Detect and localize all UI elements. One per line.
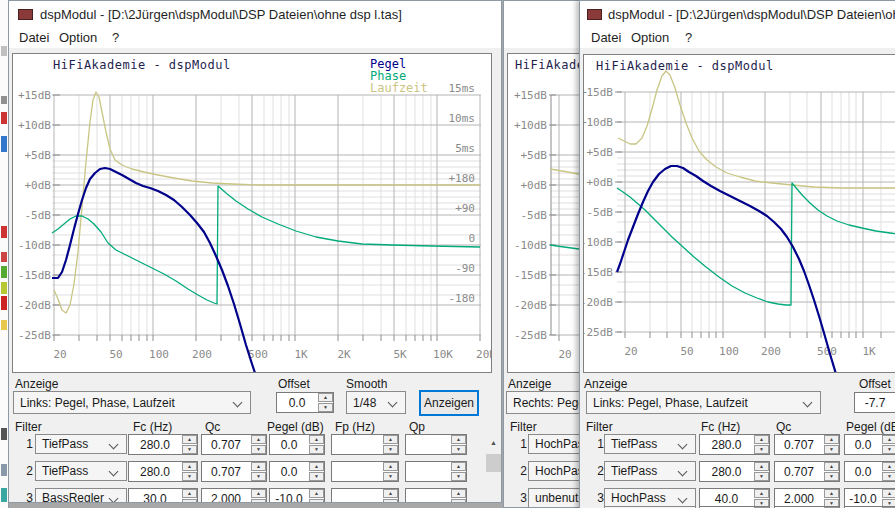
spin-down-icon[interactable]: ▼: [309, 499, 324, 503]
qc-spinner[interactable]: 0.707▲▼: [774, 434, 840, 455]
fc-spinner[interactable]: 280.0▲▼: [128, 461, 198, 482]
spin-down-icon[interactable]: ▼: [824, 445, 839, 454]
spin-down-icon[interactable]: ▼: [824, 472, 839, 481]
qc-spinner[interactable]: 0.707▲▼: [201, 434, 267, 455]
fp-spinner[interactable]: ▲▼: [331, 488, 399, 503]
svg-text:+10dB: +10dB: [514, 119, 547, 132]
filter-type-select[interactable]: TiefPass: [604, 461, 696, 481]
spin-up-icon[interactable]: ▲: [824, 435, 839, 444]
spin-up-icon[interactable]: ▲: [824, 489, 839, 498]
anzeige-select[interactable]: Links: Pegel, Phase, Laufzeit: [13, 391, 251, 414]
fc-spinner[interactable]: 280.0▲▼: [699, 434, 770, 455]
menu-datei[interactable]: Datei: [591, 30, 621, 45]
spin-down-icon[interactable]: ▼: [383, 472, 398, 481]
spin-up-icon[interactable]: ▲: [309, 435, 324, 444]
spin-up-icon[interactable]: ▲: [882, 489, 895, 498]
filter-type-select[interactable]: unbenutz: [528, 488, 580, 508]
filter-type-select[interactable]: HochPas: [528, 461, 580, 481]
spin-down-icon[interactable]: ▼: [451, 499, 466, 503]
menu-help[interactable]: ?: [112, 30, 119, 45]
spin-up-icon[interactable]: ▲: [251, 435, 266, 444]
spin-down-icon[interactable]: ▼: [882, 445, 895, 454]
spin-down-icon[interactable]: ▼: [383, 445, 398, 454]
spin-up-icon[interactable]: ▲: [451, 489, 466, 498]
spin-down-icon[interactable]: ▼: [182, 499, 197, 503]
qc-spinner[interactable]: 2.000▲▼: [774, 488, 840, 508]
spin-down-icon[interactable]: ▼: [309, 472, 324, 481]
menu-datei[interactable]: Datei: [19, 30, 49, 45]
spin-down-icon[interactable]: ▼: [754, 445, 769, 454]
qc-spinner[interactable]: 0.707▲▼: [774, 461, 840, 482]
filter-type-select[interactable]: HochPas: [528, 434, 580, 454]
qp-spinner[interactable]: ▲▼: [405, 461, 467, 482]
filter-type-select[interactable]: TiefPass: [604, 434, 696, 454]
fc-spinner[interactable]: 40.0▲▼: [699, 488, 770, 508]
pegel-spinner[interactable]: -10.0▲▼: [269, 488, 325, 503]
qp-spinner[interactable]: ▲▼: [405, 488, 467, 503]
spin-up-icon[interactable]: ▲: [824, 462, 839, 471]
fc-spinner[interactable]: 280.0▲▼: [699, 461, 770, 482]
qc-spinner[interactable]: 2.000▲▼: [201, 488, 267, 503]
offset-spinner[interactable]: 0.0 ▲▼: [276, 392, 334, 413]
menu-option[interactable]: Option: [631, 30, 669, 45]
fc-spinner[interactable]: 30.0▲▼: [128, 488, 198, 503]
spin-up-icon[interactable]: ▲: [309, 489, 324, 498]
pegel-spinner[interactable]: 0.0▲▼: [844, 434, 895, 455]
spin-down-icon[interactable]: ▼: [451, 445, 466, 454]
spin-down-icon[interactable]: ▼: [882, 472, 895, 481]
spin-up-icon[interactable]: ▲: [309, 462, 324, 471]
filter-type-select[interactable]: BassRegler: [35, 488, 127, 503]
filter-scrollbar[interactable]: ▲: [485, 434, 502, 503]
spin-down-icon[interactable]: ▼: [309, 445, 324, 454]
spin-up-icon[interactable]: ▲: [882, 435, 895, 444]
spin-down-icon[interactable]: ▼: [182, 472, 197, 481]
spin-down-icon[interactable]: ▼: [251, 472, 266, 481]
qp-spinner[interactable]: ▲▼: [405, 434, 467, 455]
scroll-up-icon[interactable]: ▲: [485, 434, 502, 451]
menu-option[interactable]: Option: [59, 30, 97, 45]
chart-title: HiFiAkadem: [515, 58, 580, 72]
filter-type-select[interactable]: TiefPass: [35, 434, 127, 454]
spin-down-icon[interactable]: ▼: [318, 403, 333, 412]
offset-spinner[interactable]: -7.7 ▲▼: [854, 392, 895, 413]
spin-up-icon[interactable]: ▲: [754, 462, 769, 471]
spin-up-icon[interactable]: ▲: [251, 489, 266, 498]
spin-up-icon[interactable]: ▲: [754, 489, 769, 498]
qc-spinner[interactable]: 0.707▲▼: [201, 461, 267, 482]
smooth-select[interactable]: 1/48: [346, 391, 406, 414]
svg-text:200: 200: [192, 348, 212, 361]
pegel-spinner[interactable]: 0.0▲▼: [269, 461, 325, 482]
pegel-spinner[interactable]: 0.0▲▼: [269, 434, 325, 455]
spin-down-icon[interactable]: ▼: [251, 499, 266, 503]
fp-spinner[interactable]: ▲▼: [331, 461, 399, 482]
spin-up-icon[interactable]: ▲: [251, 462, 266, 471]
spin-down-icon[interactable]: ▼: [383, 499, 398, 503]
anzeigen-button[interactable]: Anzeigen: [419, 390, 479, 416]
spin-up-icon[interactable]: ▲: [182, 435, 197, 444]
scrollbar-thumb[interactable]: [486, 454, 501, 472]
menu-help[interactable]: ?: [685, 30, 692, 45]
spin-up-icon[interactable]: ▲: [754, 435, 769, 444]
spin-down-icon[interactable]: ▼: [754, 472, 769, 481]
spin-down-icon[interactable]: ▼: [451, 472, 466, 481]
anzeige-select[interactable]: Links: Pegel, Phase, Laufzeit: [586, 391, 821, 414]
spin-up-icon[interactable]: ▲: [451, 435, 466, 444]
spin-up-icon[interactable]: ▲: [882, 462, 895, 471]
pegel-spinner[interactable]: -10.0▲▼: [844, 488, 895, 508]
spin-up-icon[interactable]: ▲: [383, 489, 398, 498]
filter-type-select[interactable]: TiefPass: [35, 461, 127, 481]
spin-down-icon[interactable]: ▼: [182, 445, 197, 454]
spin-down-icon[interactable]: ▼: [251, 445, 266, 454]
fc-spinner[interactable]: 280.0▲▼: [128, 434, 198, 455]
spin-up-icon[interactable]: ▲: [182, 462, 197, 471]
svg-text:-25dB: -25dB: [514, 329, 547, 342]
anzeige-select[interactable]: Rechts: Pege: [506, 391, 580, 414]
spin-up-icon[interactable]: ▲: [383, 435, 398, 444]
spin-up-icon[interactable]: ▲: [318, 393, 333, 402]
spin-up-icon[interactable]: ▲: [383, 462, 398, 471]
filter-type-select[interactable]: HochPass: [604, 488, 696, 508]
spin-up-icon[interactable]: ▲: [451, 462, 466, 471]
fp-spinner[interactable]: ▲▼: [331, 434, 399, 455]
spin-up-icon[interactable]: ▲: [182, 489, 197, 498]
pegel-spinner[interactable]: 0.0▲▼: [844, 461, 895, 482]
